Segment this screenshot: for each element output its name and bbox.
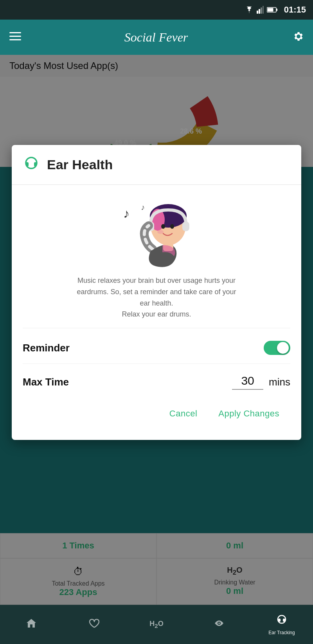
modal-body: ♪ ♪: [12, 185, 301, 440]
modal-divider: [23, 328, 290, 328]
nav-heart[interactable]: [63, 618, 125, 631]
maxtime-label: Max Time: [23, 376, 232, 388]
modal-title: Ear Health: [47, 157, 113, 172]
svg-point-22: [157, 230, 164, 234]
svg-rect-2: [261, 7, 262, 14]
app-bar: Social Fever: [0, 20, 313, 55]
svg-rect-14: [34, 162, 37, 166]
svg-point-20: [161, 224, 165, 229]
status-bar: 01:15: [0, 0, 313, 20]
headphones-icon: [23, 154, 40, 172]
battery-icon: [267, 7, 278, 13]
toggle-thumb: [277, 342, 289, 354]
settings-icon[interactable]: [291, 30, 304, 44]
reminder-toggle[interactable]: [264, 341, 290, 355]
maxtime-input-wrap: 30 mins: [232, 374, 290, 390]
reminder-label: Reminder: [23, 342, 70, 354]
cancel-button[interactable]: Cancel: [162, 405, 204, 423]
app-bar-title: Social Fever: [124, 30, 188, 45]
maxtime-value[interactable]: 30: [232, 374, 263, 390]
modal-actions: Cancel Apply Changes: [23, 401, 290, 432]
svg-rect-3: [263, 6, 264, 14]
svg-rect-5: [267, 8, 273, 12]
nav-home[interactable]: [0, 618, 63, 631]
water-nav-icon: H2O: [149, 620, 163, 629]
svg-rect-1: [259, 9, 260, 14]
svg-rect-30: [283, 619, 285, 622]
svg-rect-24: [182, 222, 189, 231]
svg-rect-13: [26, 162, 29, 166]
modal-divider-2: [23, 364, 290, 364]
svg-rect-6: [276, 9, 277, 11]
apply-changes-button[interactable]: Apply Changes: [211, 405, 286, 423]
nav-ear-tracking[interactable]: Ear Tracking: [250, 614, 313, 635]
svg-text:♪: ♪: [123, 206, 130, 221]
modal-description: Music relaxes your brain but over usage …: [23, 275, 290, 328]
svg-rect-7: [9, 32, 21, 33]
maxtime-unit: mins: [269, 376, 290, 390]
svg-rect-8: [9, 36, 21, 37]
ear-health-header-icon: [23, 154, 40, 175]
nav-eye[interactable]: [188, 619, 250, 631]
hamburger-icon[interactable]: [9, 31, 21, 43]
wifi-icon: [245, 6, 254, 13]
character-illustration: ♪ ♪: [112, 194, 201, 269]
home-icon: [26, 618, 37, 631]
svg-point-21: [170, 224, 174, 229]
reminder-row: Reminder: [23, 332, 290, 364]
svg-text:♪: ♪: [141, 203, 145, 212]
heart-icon: [88, 618, 99, 631]
ear-tracking-nav-icon: [276, 614, 287, 628]
maxtime-row: Max Time 30 mins: [23, 368, 290, 401]
ear-health-modal: Ear Health ♪ ♪: [12, 145, 301, 440]
eye-icon: [214, 619, 225, 631]
svg-rect-29: [278, 619, 281, 622]
svg-rect-0: [257, 11, 258, 14]
svg-rect-9: [9, 39, 21, 40]
svg-point-27: [218, 622, 220, 624]
bottom-nav: H2O Ear Tracking: [0, 605, 313, 644]
status-icons: [245, 6, 278, 14]
nav-water[interactable]: H2O: [125, 620, 188, 629]
illustration-area: ♪ ♪: [23, 185, 290, 275]
signal-icon: [257, 6, 264, 14]
nav-ear-tracking-label: Ear Tracking: [268, 630, 295, 635]
status-time: 01:15: [284, 5, 306, 15]
modal-header: Ear Health: [12, 145, 301, 185]
